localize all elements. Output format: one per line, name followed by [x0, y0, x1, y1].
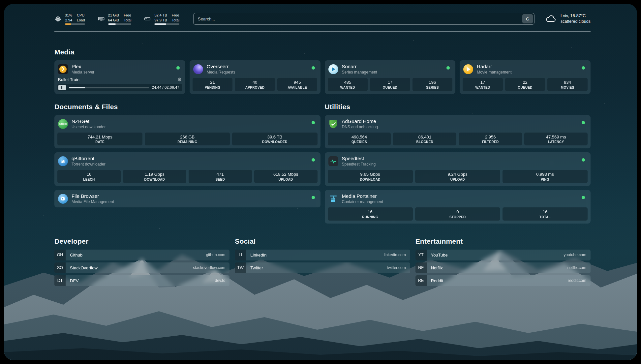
bookmark-reddit[interactable]: RE Reddit reddit.com — [415, 275, 591, 286]
overseerr-card-header: Overseerr Media Requests — [193, 63, 318, 75]
section-title-entertainment: Entertainment — [415, 237, 591, 245]
bookmark-stackoverflow[interactable]: SO StackOverflow stackoverflow.com — [54, 262, 229, 273]
dashboard-content: 31% CPU 2.94 Load 21 GiB Free 64 — [4, 4, 637, 360]
adguard-card[interactable]: AdGuard Home DNS and adblocking 498,564Q… — [325, 115, 591, 149]
portainer-stats: 16RUNNING 0STOPPED 16TOTAL — [328, 207, 588, 221]
nzbget-card[interactable]: nzbget NZBGet Usenet downloader 744.21 M… — [54, 115, 320, 149]
section-title-developer: Developer — [54, 237, 229, 245]
speedtest-card[interactable]: Speedtest Speedtest Tracking 9.65 GbpsDO… — [325, 152, 591, 186]
portainer-card[interactable]: Media Portainer Container management 16R… — [325, 190, 591, 224]
nzbget-card-header: nzbget NZBGet Usenet downloader — [57, 118, 318, 130]
stat-block: 1.19 GbpsDOWNLOAD — [123, 170, 186, 183]
weather-widget: Lviv, 16.87°C scattered clouds — [545, 13, 591, 25]
stat-block: 86,401BLOCKED — [393, 133, 456, 146]
memory-progress-bar — [108, 23, 132, 25]
radarr-card-header: Radarr Movie management — [463, 63, 588, 75]
cpu-usage-value: 31% — [65, 13, 72, 17]
disk-free-label: Free — [172, 13, 179, 17]
bookmark-abbr-badge: YT — [415, 250, 427, 260]
filebrowser-card[interactable]: File Browser Media File Management — [54, 190, 320, 207]
disk-total-label: Total — [172, 18, 179, 22]
utilities-column: Utilities AdGuard Home — [325, 103, 591, 224]
status-dot-online — [582, 66, 585, 70]
disk-widget-body: 52.4 TB Free 97.9 TB Total — [154, 13, 179, 25]
nzbget-stats: 744.21 MbpsRATE 266 GBREMAINING 39.6 TBD… — [57, 133, 318, 146]
plex-card[interactable]: Plex Media server Bullet Train ⚙ 24:44 /… — [54, 60, 185, 94]
qbittorrent-card[interactable]: qb qBittorrent Torrent downloader 16LEEC… — [54, 152, 320, 186]
overseerr-card[interactable]: Overseerr Media Requests 21PENDING 40APP… — [190, 60, 320, 94]
filebrowser-card-header: File Browser Media File Management — [57, 193, 318, 204]
stat-block: 618.52 MbpsUPLOAD — [254, 170, 318, 183]
bookmark-group-developer: Developer GH Github github.com SO StackO… — [54, 237, 229, 286]
service-desc: Container management — [342, 199, 383, 204]
overseerr-meta: Overseerr Media Requests — [207, 64, 235, 75]
service-name: Plex — [72, 64, 94, 70]
service-name: NZBGet — [72, 118, 106, 125]
radarr-icon — [463, 64, 473, 74]
bookmark-group-social: Social LI LinkedIn linkedin.com TW Twitt… — [235, 237, 410, 286]
nzbget-meta: NZBGet Usenet downloader — [72, 118, 106, 130]
bookmark-url: linkedin.com — [384, 253, 410, 257]
cpu-widget: 31% CPU 2.94 Load — [54, 13, 85, 25]
overseerr-icon — [193, 64, 203, 74]
bookmark-label: Reddit — [427, 278, 568, 283]
disk-icon — [144, 15, 151, 22]
playback-progress-track[interactable] — [69, 87, 149, 88]
adguard-shield-icon — [328, 119, 338, 129]
stat-block: 2,956FILTERED — [459, 133, 522, 146]
radarr-card[interactable]: Radarr Movie management 17WANTED 22QUEUE… — [460, 60, 591, 94]
section-title-utilities: Utilities — [325, 103, 591, 111]
bookmark-abbr-badge: RE — [415, 275, 427, 286]
stat-block: 485WANTED — [328, 78, 368, 91]
bookmark-youtube[interactable]: YT YouTube youtube.com — [415, 250, 591, 260]
radarr-stats: 17WANTED 22QUEUED 834MOVIES — [463, 78, 588, 91]
status-dot-online — [176, 66, 180, 70]
service-desc: Movie management — [477, 70, 511, 75]
cpu-icon — [54, 15, 62, 22]
stat-block: 21PENDING — [193, 78, 233, 91]
stat-block: 22QUEUED — [505, 78, 545, 91]
topbar: 31% CPU 2.94 Load 21 GiB Free 64 — [54, 11, 591, 27]
bookmark-twitter[interactable]: TW Twitter twitter.com — [235, 262, 410, 273]
service-name: Overseerr — [207, 64, 235, 70]
bookmark-github[interactable]: GH Github github.com — [54, 250, 229, 260]
bookmark-linkedin[interactable]: LI LinkedIn linkedin.com — [235, 250, 410, 260]
bookmark-label: Github — [66, 253, 206, 258]
service-name: qBittorrent — [72, 156, 106, 162]
bookmark-label: Twitter — [246, 265, 387, 270]
search-provider-button[interactable]: G — [522, 14, 533, 23]
service-name: File Browser — [72, 193, 114, 199]
memory-widget: 21 GiB Free 64 GiB Total — [98, 13, 132, 25]
bookmark-url: netflix.com — [567, 265, 591, 270]
bookmark-label: LinkedIn — [246, 253, 384, 258]
plex-player-bar: 24:44 / 02:06:47 — [57, 84, 182, 91]
service-name: Media Portainer — [342, 193, 383, 199]
bookmark-group-entertainment: Entertainment YT YouTube youtube.com NF … — [415, 237, 591, 286]
service-name: AdGuard Home — [342, 118, 378, 125]
status-dot-online — [582, 196, 585, 199]
bookmark-label: StackOverflow — [66, 265, 193, 270]
pause-button[interactable] — [58, 85, 66, 90]
now-playing-title: Bullet Train — [58, 77, 79, 82]
filebrowser-icon — [58, 194, 68, 204]
cpu-load-label: Load — [77, 18, 85, 22]
memory-total-value: 64 GiB — [108, 18, 119, 22]
nzbget-icon: nzbget — [58, 119, 68, 129]
bookmark-list: GH Github github.com SO StackOverflow st… — [54, 250, 229, 286]
status-dot-online — [312, 66, 315, 70]
service-desc: Usenet downloader — [72, 125, 106, 130]
stat-block: 834MOVIES — [547, 78, 588, 91]
search-bar: G — [193, 13, 534, 25]
bookmark-dev[interactable]: DT DEV dev.to — [54, 275, 229, 286]
speedtest-icon — [328, 156, 338, 166]
search-input[interactable] — [198, 13, 522, 24]
memory-free-value: 21 GiB — [108, 13, 119, 17]
bookmark-abbr-badge: SO — [54, 262, 66, 273]
stat-block: 0STOPPED — [415, 207, 500, 221]
bookmark-netflix[interactable]: NF Netflix netflix.com — [415, 262, 591, 273]
status-dot-online — [312, 158, 315, 162]
settings-gear-icon[interactable]: ⚙ — [177, 77, 182, 82]
adguard-meta: AdGuard Home DNS and adblocking — [342, 118, 378, 130]
cpu-label: CPU — [77, 13, 85, 17]
sonarr-card[interactable]: Sonarr Series management 485WANTED 17QUE… — [325, 60, 456, 94]
